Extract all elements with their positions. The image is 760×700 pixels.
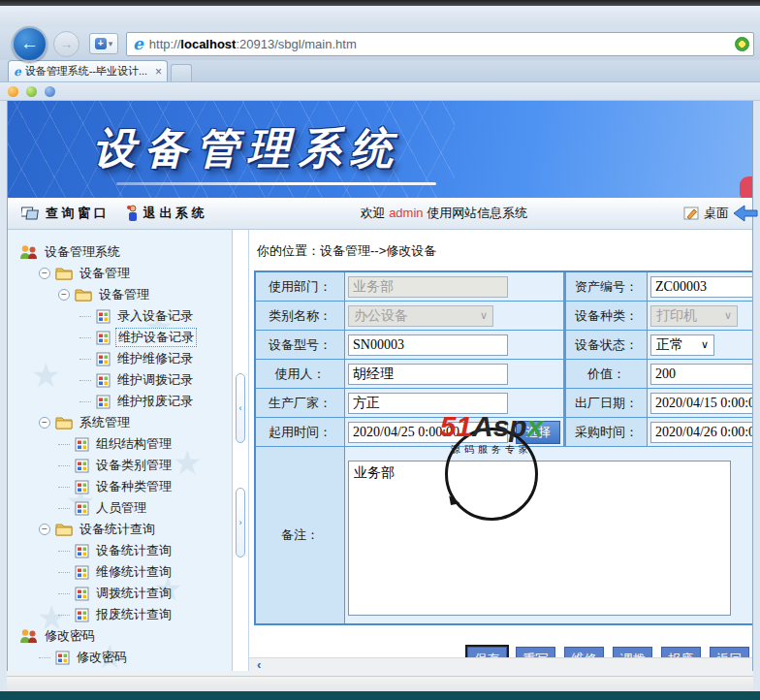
- tree-item-maintain-transfer-record[interactable]: 维护调拨记录: [8, 369, 232, 391]
- banner-underline: [116, 182, 436, 185]
- tree-folder-device-management[interactable]: − 设备管理: [8, 263, 232, 284]
- document-icon: [75, 480, 89, 494]
- tree-item-personnel[interactable]: 人员管理: [8, 497, 232, 519]
- maker-field[interactable]: [348, 393, 508, 414]
- document-icon: [75, 459, 89, 473]
- tree-folder-device-statistics[interactable]: − 设备统计查询: [8, 519, 232, 540]
- tree-item-label: 设备统计查询: [94, 542, 174, 559]
- tree-item-device-kind[interactable]: 设备种类管理: [8, 476, 232, 497]
- user-field[interactable]: [348, 364, 508, 385]
- price-field[interactable]: [650, 364, 752, 385]
- url-path: :20913/sbgl/main.htm: [236, 37, 356, 51]
- tree-root-device-system[interactable]: 设备管理系统: [8, 241, 232, 263]
- collapse-left-arrow-icon[interactable]: [733, 205, 758, 222]
- welcome-suffix: 使用网站信息系统: [424, 206, 528, 220]
- tree-item-maintain-repair-record[interactable]: 维护维修记录: [8, 348, 232, 369]
- close-icon[interactable]: ×: [155, 65, 162, 79]
- tree-item-label: 设备统计查询: [78, 521, 157, 538]
- browser-window: ← → + ▾ e http://localhost:20913/sbgl/ma…: [0, 0, 760, 700]
- splitter-expand-handle[interactable]: ›: [236, 488, 245, 557]
- horizontal-scrollbar[interactable]: ‹: [249, 657, 752, 671]
- kind-select[interactable]: 打印机∨: [650, 305, 738, 327]
- tree-item-device-category[interactable]: 设备类别管理: [8, 455, 232, 476]
- new-tab-button[interactable]: [171, 64, 192, 81]
- status-select[interactable]: 正常∨: [650, 334, 714, 356]
- tree-line: [79, 380, 91, 381]
- factory-date-label: 出厂日期：: [564, 389, 648, 417]
- document-icon: [96, 373, 111, 388]
- query-window-label: 查 询 窗 口: [46, 205, 107, 222]
- sidebar-splitter[interactable]: ‹ ›: [233, 230, 248, 671]
- model-field[interactable]: [348, 334, 508, 356]
- user-label: 使用人：: [256, 360, 345, 388]
- status-label: 设备状态：: [564, 331, 648, 359]
- browser-navigation-bar: ← → + ▾ e http://localhost:20913/sbgl/ma…: [0, 27, 760, 60]
- tree-item-label: 系统管理: [78, 414, 132, 431]
- category-label: 类别名称：: [256, 302, 345, 330]
- collapse-minus-icon[interactable]: −: [39, 417, 50, 429]
- collapse-minus-icon[interactable]: −: [58, 289, 70, 301]
- forward-button[interactable]: →: [53, 31, 79, 57]
- address-bar[interactable]: e http://localhost:20913/sbgl/main.htm: [126, 32, 754, 56]
- back-button[interactable]: ←: [12, 26, 48, 62]
- addon-blue-icon[interactable]: [45, 86, 55, 97]
- price-label: 价值：: [564, 360, 648, 388]
- browser-tab[interactable]: e 设备管理系统--毕业设计... ×: [8, 60, 168, 81]
- select-date-button[interactable]: 选择: [516, 421, 560, 444]
- document-icon: [75, 608, 89, 622]
- start-time-field[interactable]: [348, 422, 508, 443]
- browser-tab-bar: e 设备管理系统--毕业设计... ×: [0, 60, 760, 81]
- desktop-icon: [683, 207, 700, 221]
- compatibility-view-button[interactable]: + ▾: [89, 33, 118, 54]
- document-icon: [75, 544, 89, 558]
- tree-item-add-device-record[interactable]: 录入设备记录: [8, 305, 232, 327]
- dept-field[interactable]: [348, 276, 508, 298]
- remark-textarea[interactable]: 业务部: [348, 461, 731, 616]
- start-time-label: 起用时间：: [256, 418, 345, 446]
- factory-date-field[interactable]: [650, 393, 752, 414]
- remark-label: 备注：: [256, 447, 345, 623]
- document-icon: [75, 587, 89, 601]
- tree-item-device-stats-query[interactable]: 设备统计查询: [8, 540, 232, 561]
- purchase-time-field[interactable]: [650, 422, 752, 443]
- query-window-button[interactable]: 查 询 窗 口: [21, 205, 107, 222]
- tree-folder-system-management[interactable]: − 系统管理: [8, 412, 232, 433]
- navigation-tree: 设备管理系统 − 设备管理 − 设备管理 录: [8, 241, 232, 668]
- category-select[interactable]: 办公设备∨: [348, 305, 493, 327]
- tree-item-repair-stats-query[interactable]: 维修统计查询: [8, 561, 232, 583]
- tree-root-change-password[interactable]: 修改密码: [8, 625, 232, 647]
- tree-item-change-password[interactable]: 修改密码: [8, 647, 232, 668]
- document-icon: [75, 565, 89, 580]
- tree-line: [79, 401, 91, 402]
- desktop-button[interactable]: 桌面: [704, 205, 729, 222]
- tree-item-label: 组织结构管理: [94, 435, 174, 453]
- scroll-left-icon[interactable]: ‹: [257, 657, 261, 671]
- category-value: 办公设备: [354, 307, 408, 325]
- kind-value: 打印机: [656, 307, 697, 325]
- tree-item-maintain-device-record[interactable]: 维护设备记录: [8, 327, 232, 348]
- content-panel: 你的位置：设备管理-->修改设备 使用部门： 资产编号： 类别名称： 办公设备∨…: [248, 230, 752, 671]
- tree-item-maintain-scrap-record[interactable]: 维护报废记录: [8, 391, 232, 412]
- document-icon: [96, 331, 111, 345]
- collapse-minus-icon[interactable]: −: [39, 268, 50, 279]
- exit-system-button[interactable]: 退 出 系 统: [126, 205, 205, 222]
- form-row: 起用时间： 选择 采购时间：: [256, 418, 752, 447]
- asset-number-label: 资产编号：: [564, 272, 648, 301]
- tree-item-org-structure[interactable]: 组织结构管理: [8, 433, 232, 455]
- addon-orange-icon[interactable]: [8, 86, 18, 97]
- asset-number-field[interactable]: [650, 276, 752, 298]
- refresh-icon[interactable]: [735, 37, 749, 51]
- tree-item-label: 设备种类管理: [94, 478, 174, 495]
- tree-item-transfer-stats-query[interactable]: 调拨统计查询: [8, 583, 232, 604]
- form-row: 类别名称： 办公设备∨ 设备种类： 打印机∨: [256, 302, 752, 331]
- folder-icon: [55, 267, 73, 280]
- tree-line: [79, 316, 91, 317]
- addon-green-icon[interactable]: [26, 86, 37, 97]
- collapse-minus-icon[interactable]: −: [39, 524, 50, 535]
- splitter-collapse-handle[interactable]: ‹: [236, 373, 245, 443]
- tree-item-scrap-stats-query[interactable]: 报废统计查询: [8, 604, 232, 625]
- users-icon: [19, 244, 38, 260]
- tree-item-label: 修改密码: [75, 649, 129, 666]
- welcome-username: admin: [389, 206, 423, 220]
- tree-folder-device-management-2[interactable]: − 设备管理: [8, 284, 232, 305]
